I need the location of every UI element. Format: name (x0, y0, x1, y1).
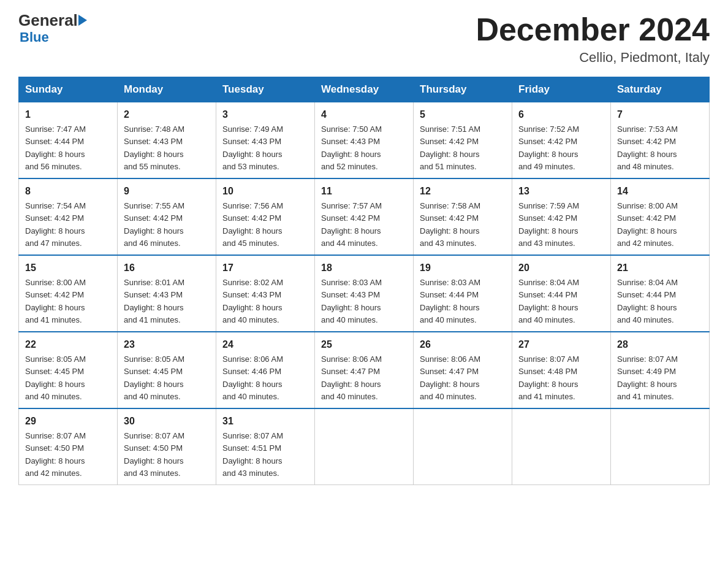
table-row: 17Sunrise: 8:02 AMSunset: 4:43 PMDayligh… (216, 255, 315, 332)
day-number: 21 (617, 261, 703, 275)
table-row: 6Sunrise: 7:52 AMSunset: 4:42 PMDaylight… (512, 102, 611, 179)
day-info: Sunrise: 7:48 AMSunset: 4:43 PMDaylight:… (124, 124, 184, 171)
page-subtitle: Cellio, Piedmont, Italy (476, 50, 710, 66)
calendar-header-row: Sunday Monday Tuesday Wednesday Thursday… (19, 77, 710, 102)
day-info: Sunrise: 7:53 AMSunset: 4:42 PMDaylight:… (617, 124, 678, 171)
table-row: 11Sunrise: 7:57 AMSunset: 4:42 PMDayligh… (315, 178, 414, 255)
day-info: Sunrise: 8:01 AMSunset: 4:43 PMDaylight:… (124, 278, 184, 324)
day-number: 19 (420, 261, 506, 275)
table-row: 22Sunrise: 8:05 AMSunset: 4:45 PMDayligh… (19, 332, 118, 408)
day-number: 14 (617, 184, 703, 199)
table-row: 2Sunrise: 7:48 AMSunset: 4:43 PMDaylight… (118, 102, 216, 179)
day-info: Sunrise: 7:51 AMSunset: 4:42 PMDaylight:… (420, 124, 480, 171)
table-row: 25Sunrise: 8:06 AMSunset: 4:47 PMDayligh… (315, 332, 414, 408)
col-friday: Friday (512, 77, 611, 102)
calendar-week-4: 22Sunrise: 8:05 AMSunset: 4:45 PMDayligh… (19, 332, 710, 408)
day-number: 27 (518, 337, 604, 352)
col-sunday: Sunday (19, 77, 118, 102)
col-monday: Monday (118, 77, 216, 102)
table-row (414, 408, 512, 485)
day-number: 10 (222, 184, 308, 199)
day-info: Sunrise: 8:06 AMSunset: 4:47 PMDaylight:… (420, 354, 480, 401)
day-number: 4 (321, 107, 407, 122)
day-info: Sunrise: 7:56 AMSunset: 4:42 PMDaylight:… (222, 201, 283, 248)
day-number: 17 (222, 261, 308, 275)
day-info: Sunrise: 7:55 AMSunset: 4:42 PMDaylight:… (124, 201, 184, 248)
day-info: Sunrise: 7:58 AMSunset: 4:42 PMDaylight:… (420, 201, 480, 248)
table-row: 14Sunrise: 8:00 AMSunset: 4:42 PMDayligh… (611, 178, 710, 255)
page-title: December 2024 (476, 12, 710, 47)
table-row: 26Sunrise: 8:06 AMSunset: 4:47 PMDayligh… (414, 332, 512, 408)
table-row: 1Sunrise: 7:47 AMSunset: 4:44 PMDaylight… (19, 102, 118, 179)
table-row: 16Sunrise: 8:01 AMSunset: 4:43 PMDayligh… (118, 255, 216, 332)
table-row: 9Sunrise: 7:55 AMSunset: 4:42 PMDaylight… (118, 178, 216, 255)
day-info: Sunrise: 8:05 AMSunset: 4:45 PMDaylight:… (124, 354, 184, 401)
day-number: 30 (124, 414, 210, 429)
day-number: 13 (518, 184, 604, 199)
table-row: 7Sunrise: 7:53 AMSunset: 4:42 PMDaylight… (611, 102, 710, 179)
day-info: Sunrise: 7:57 AMSunset: 4:42 PMDaylight:… (321, 201, 382, 248)
day-info: Sunrise: 8:04 AMSunset: 4:44 PMDaylight:… (617, 278, 678, 324)
day-number: 18 (321, 261, 407, 275)
table-row: 4Sunrise: 7:50 AMSunset: 4:43 PMDaylight… (315, 102, 414, 179)
day-info: Sunrise: 7:59 AMSunset: 4:42 PMDaylight:… (518, 201, 579, 248)
table-row: 20Sunrise: 8:04 AMSunset: 4:44 PMDayligh… (512, 255, 611, 332)
day-number: 5 (420, 107, 506, 122)
day-number: 16 (124, 261, 210, 275)
table-row: 15Sunrise: 8:00 AMSunset: 4:42 PMDayligh… (19, 255, 118, 332)
table-row: 10Sunrise: 7:56 AMSunset: 4:42 PMDayligh… (216, 178, 315, 255)
table-row: 29Sunrise: 8:07 AMSunset: 4:50 PMDayligh… (19, 408, 118, 485)
day-info: Sunrise: 8:06 AMSunset: 4:46 PMDaylight:… (222, 354, 283, 401)
day-info: Sunrise: 7:47 AMSunset: 4:44 PMDaylight:… (25, 124, 86, 171)
calendar-week-2: 8Sunrise: 7:54 AMSunset: 4:42 PMDaylight… (19, 178, 710, 255)
col-thursday: Thursday (414, 77, 512, 102)
day-number: 6 (518, 107, 604, 122)
day-number: 29 (25, 414, 111, 429)
day-number: 26 (420, 337, 506, 352)
day-number: 3 (222, 107, 308, 122)
day-number: 1 (25, 107, 111, 122)
table-row: 12Sunrise: 7:58 AMSunset: 4:42 PMDayligh… (414, 178, 512, 255)
day-number: 20 (518, 261, 604, 275)
day-info: Sunrise: 8:00 AMSunset: 4:42 PMDaylight:… (617, 201, 678, 248)
day-number: 2 (124, 107, 210, 122)
day-info: Sunrise: 8:07 AMSunset: 4:50 PMDaylight:… (124, 431, 184, 478)
day-info: Sunrise: 7:49 AMSunset: 4:43 PMDaylight:… (222, 124, 283, 171)
day-info: Sunrise: 8:07 AMSunset: 4:50 PMDaylight:… (25, 431, 86, 478)
col-saturday: Saturday (611, 77, 710, 102)
day-number: 12 (420, 184, 506, 199)
calendar-week-3: 15Sunrise: 8:00 AMSunset: 4:42 PMDayligh… (19, 255, 710, 332)
day-number: 25 (321, 337, 407, 352)
day-info: Sunrise: 8:07 AMSunset: 4:49 PMDaylight:… (617, 354, 678, 401)
day-info: Sunrise: 8:07 AMSunset: 4:48 PMDaylight:… (518, 354, 579, 401)
table-row (611, 408, 710, 485)
day-info: Sunrise: 8:00 AMSunset: 4:42 PMDaylight:… (25, 278, 86, 324)
header: General Blue December 2024 Cellio, Piedm… (18, 12, 710, 66)
table-row: 3Sunrise: 7:49 AMSunset: 4:43 PMDaylight… (216, 102, 315, 179)
table-row: 19Sunrise: 8:03 AMSunset: 4:44 PMDayligh… (414, 255, 512, 332)
day-number: 23 (124, 337, 210, 352)
table-row: 13Sunrise: 7:59 AMSunset: 4:42 PMDayligh… (512, 178, 611, 255)
title-area: December 2024 Cellio, Piedmont, Italy (476, 12, 710, 66)
table-row: 27Sunrise: 8:07 AMSunset: 4:48 PMDayligh… (512, 332, 611, 408)
logo-blue-sub: Blue (20, 29, 49, 45)
day-number: 8 (25, 184, 111, 199)
table-row: 23Sunrise: 8:05 AMSunset: 4:45 PMDayligh… (118, 332, 216, 408)
day-info: Sunrise: 8:06 AMSunset: 4:47 PMDaylight:… (321, 354, 382, 401)
day-info: Sunrise: 8:03 AMSunset: 4:43 PMDaylight:… (321, 278, 382, 324)
table-row: 28Sunrise: 8:07 AMSunset: 4:49 PMDayligh… (611, 332, 710, 408)
table-row: 30Sunrise: 8:07 AMSunset: 4:50 PMDayligh… (118, 408, 216, 485)
table-row: 24Sunrise: 8:06 AMSunset: 4:46 PMDayligh… (216, 332, 315, 408)
day-info: Sunrise: 8:02 AMSunset: 4:43 PMDaylight:… (222, 278, 283, 324)
col-tuesday: Tuesday (216, 77, 315, 102)
col-wednesday: Wednesday (315, 77, 414, 102)
day-number: 31 (222, 414, 308, 429)
day-number: 9 (124, 184, 210, 199)
table-row: 31Sunrise: 8:07 AMSunset: 4:51 PMDayligh… (216, 408, 315, 485)
table-row: 18Sunrise: 8:03 AMSunset: 4:43 PMDayligh… (315, 255, 414, 332)
calendar-table: Sunday Monday Tuesday Wednesday Thursday… (18, 77, 710, 485)
day-info: Sunrise: 8:07 AMSunset: 4:51 PMDaylight:… (222, 431, 283, 478)
day-number: 24 (222, 337, 308, 352)
day-number: 28 (617, 337, 703, 352)
table-row (315, 408, 414, 485)
